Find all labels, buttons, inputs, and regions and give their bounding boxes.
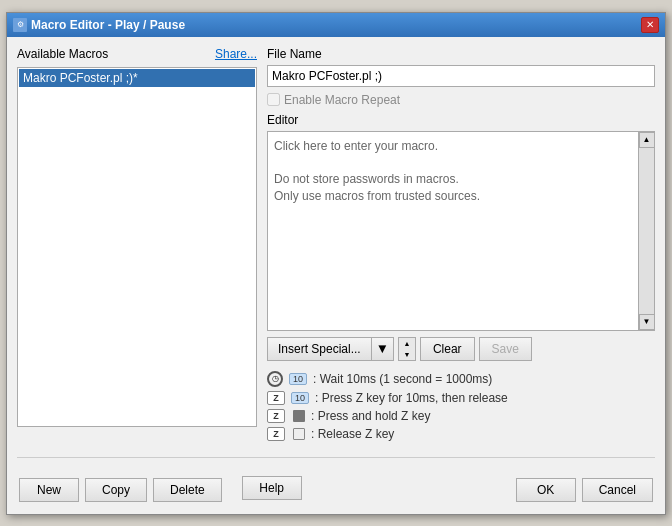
spin-down-button[interactable]: ▼ [399, 349, 415, 360]
release-icon [293, 428, 305, 440]
separator [17, 457, 655, 458]
macro-item-label: Makro PCFoster.pl ;)* [23, 71, 138, 85]
editor-textarea[interactable]: Click here to enter your macro. Do not s… [268, 132, 638, 330]
editor-section: Editor Click here to enter your macro. D… [267, 113, 655, 331]
close-button[interactable]: ✕ [641, 17, 659, 33]
hold-icon [293, 410, 305, 422]
z-release-badge: Z [267, 427, 285, 441]
wait-num: 10 [289, 373, 307, 385]
title-bar: ⚙ Macro Editor - Play / Pause ✕ [7, 13, 665, 37]
macro-log: ◷ 10 : Wait 10ms (1 second = 1000ms) Z 1… [267, 367, 655, 445]
copy-button[interactable]: Copy [85, 478, 147, 502]
wait-icon: ◷ [267, 371, 283, 387]
title-bar-controls: ✕ [641, 17, 659, 33]
hold-text: : Press and hold Z key [311, 409, 430, 423]
file-name-input[interactable] [267, 65, 655, 87]
editor-label: Editor [267, 113, 655, 127]
release-text: : Release Z key [311, 427, 394, 441]
wait-text: : Wait 10ms (1 second = 1000ms) [313, 372, 492, 386]
z-key-badge: Z [267, 391, 285, 405]
main-window: ⚙ Macro Editor - Play / Pause ✕ Availabl… [6, 12, 666, 515]
enable-repeat-row: Enable Macro Repeat [267, 93, 655, 107]
main-row: Available Macros Share... Makro PCFoster… [17, 47, 655, 445]
log-item-press: Z 10 : Press Z key for 10ms, then releas… [267, 391, 655, 405]
scroll-up-arrow[interactable]: ▲ [639, 132, 655, 148]
scrollbar-track [639, 148, 654, 314]
macro-list[interactable]: Makro PCFoster.pl ;)* [17, 67, 257, 427]
full-bottom: New Copy Delete Help OK Cancel [17, 470, 655, 504]
help-button[interactable]: Help [242, 476, 302, 500]
content-area: Available Macros Share... Makro PCFoster… [7, 37, 665, 514]
log-item-wait: ◷ 10 : Wait 10ms (1 second = 1000ms) [267, 371, 655, 387]
window-title: Macro Editor - Play / Pause [31, 18, 185, 32]
insert-dropdown: Insert Special... ▼ [267, 337, 394, 361]
editor-scrollbar: ▲ ▼ [638, 132, 654, 330]
insert-row: Insert Special... ▼ ▲ ▼ Clear Save [267, 337, 655, 361]
bottom-left-buttons: New Copy Delete [19, 474, 222, 502]
spin-up-button[interactable]: ▲ [399, 338, 415, 349]
enable-repeat-label: Enable Macro Repeat [284, 93, 400, 107]
press-text: : Press Z key for 10ms, then release [315, 391, 508, 405]
spin-box: ▲ ▼ [398, 337, 416, 361]
ok-button[interactable]: OK [516, 478, 576, 502]
file-name-label: File Name [267, 47, 655, 61]
z-hold-badge: Z [267, 409, 285, 423]
log-item-hold: Z : Press and hold Z key [267, 409, 655, 423]
file-name-section: File Name [267, 47, 655, 87]
left-header: Available Macros Share... [17, 47, 257, 61]
delete-button[interactable]: Delete [153, 478, 222, 502]
share-link[interactable]: Share... [215, 47, 257, 61]
press-num: 10 [291, 392, 309, 404]
cancel-button[interactable]: Cancel [582, 478, 653, 502]
app-icon: ⚙ [13, 18, 27, 32]
left-panel: Available Macros Share... Makro PCFoster… [17, 47, 257, 445]
bottom-right-buttons: OK Cancel [516, 474, 653, 502]
enable-repeat-checkbox[interactable] [267, 93, 280, 106]
available-macros-label: Available Macros [17, 47, 108, 61]
macro-item[interactable]: Makro PCFoster.pl ;)* [19, 69, 255, 87]
new-button[interactable]: New [19, 478, 79, 502]
title-bar-left: ⚙ Macro Editor - Play / Pause [13, 18, 185, 32]
clear-button[interactable]: Clear [420, 337, 475, 361]
insert-dropdown-arrow[interactable]: ▼ [371, 337, 394, 361]
scroll-down-arrow[interactable]: ▼ [639, 314, 655, 330]
editor-wrapper: Click here to enter your macro. Do not s… [267, 131, 655, 331]
save-button[interactable]: Save [479, 337, 532, 361]
right-panel: File Name Enable Macro Repeat Editor Cli… [267, 47, 655, 445]
insert-special-button[interactable]: Insert Special... [267, 337, 371, 361]
log-item-release: Z : Release Z key [267, 427, 655, 441]
